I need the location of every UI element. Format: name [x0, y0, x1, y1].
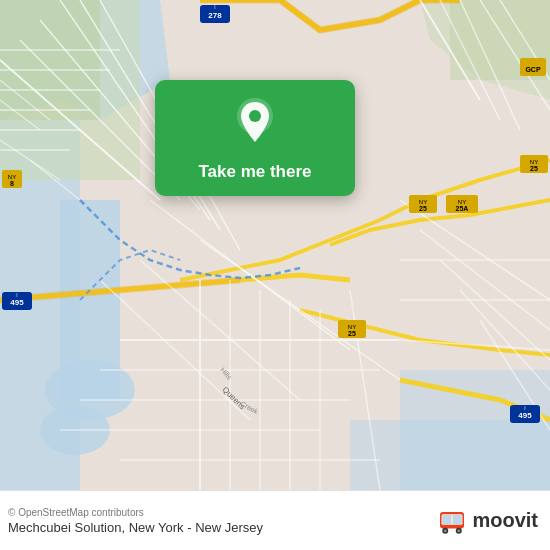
svg-point-93	[444, 529, 447, 532]
map-background: 278 I 495 I 495 I NY 25 NY 25A NY 25 NY …	[0, 0, 550, 490]
copyright-text: © OpenStreetMap contributors	[8, 507, 263, 518]
svg-point-87	[249, 110, 261, 122]
svg-text:I: I	[214, 4, 215, 10]
svg-rect-5	[350, 420, 550, 490]
moovit-logo-icon	[437, 506, 467, 536]
svg-rect-9	[0, 0, 100, 120]
pin-icon-wrapper	[235, 98, 275, 150]
svg-text:495: 495	[10, 298, 24, 307]
svg-text:8: 8	[10, 180, 14, 187]
svg-text:I: I	[16, 292, 17, 298]
svg-text:GCP: GCP	[525, 66, 541, 73]
take-me-there-button[interactable]: Take me there	[198, 162, 311, 182]
footer-bar: © OpenStreetMap contributors Mechcubei S…	[0, 490, 550, 550]
moovit-text: moovit	[472, 509, 538, 532]
svg-rect-91	[453, 515, 462, 524]
svg-rect-90	[443, 515, 452, 524]
svg-text:25: 25	[530, 165, 538, 172]
svg-point-95	[458, 529, 461, 532]
location-title: Mechcubei Solution, New York - New Jerse…	[8, 520, 263, 535]
footer-left: © OpenStreetMap contributors Mechcubei S…	[8, 507, 263, 535]
location-pin-icon	[235, 98, 275, 146]
svg-text:25: 25	[348, 330, 356, 337]
svg-text:I: I	[524, 405, 525, 411]
svg-text:25: 25	[419, 205, 427, 212]
action-card[interactable]: Take me there	[155, 80, 355, 196]
svg-text:278: 278	[208, 11, 222, 20]
svg-text:495: 495	[518, 411, 532, 420]
map-container: 278 I 495 I 495 I NY 25 NY 25A NY 25 NY …	[0, 0, 550, 490]
svg-text:25A: 25A	[456, 205, 469, 212]
moovit-logo: moovit	[437, 506, 538, 536]
